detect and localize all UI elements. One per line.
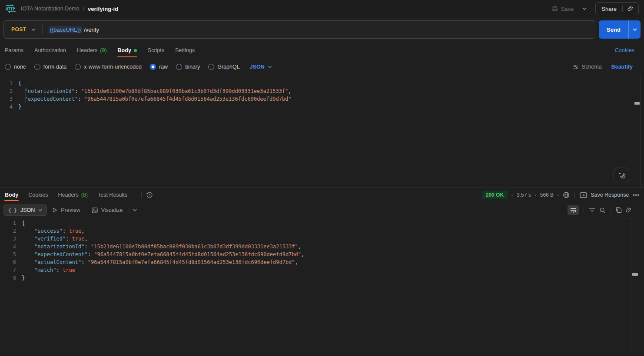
response-editor-scrollbar[interactable] <box>631 218 644 356</box>
radio-raw[interactable]: raw <box>150 64 168 70</box>
line-number: 8 <box>7 274 22 282</box>
save-response-icon <box>580 192 587 198</box>
chevron-down-icon <box>133 209 137 211</box>
response-tab-body[interactable]: Body <box>4 188 19 202</box>
response-size[interactable]: 566 B <box>540 192 554 198</box>
send-button[interactable]: Send <box>599 20 628 39</box>
tab-body[interactable]: Body <box>117 43 137 58</box>
radio-x-www-form-urlencoded[interactable]: x-www-form-urlencoded <box>75 64 142 70</box>
radio-none[interactable]: none <box>5 64 26 70</box>
method-selector[interactable]: POST <box>4 26 42 33</box>
postbot-button[interactable] <box>614 168 629 183</box>
link-button[interactable] <box>626 207 632 213</box>
braces-icon: { } <box>8 208 17 213</box>
scrollbar-thumb[interactable] <box>632 273 638 276</box>
body-mode-row: none form-data x-www-form-urlencoded raw… <box>0 59 644 75</box>
chevron-down-icon <box>31 28 36 31</box>
format-label: JSON <box>20 207 35 213</box>
line-number: 2 <box>7 227 22 235</box>
status-badge[interactable]: 200 OK <box>482 191 508 199</box>
code-line: 3 "expectedContent": "96a5447815a0bf0e7e… <box>3 95 644 103</box>
line-number: 4 <box>3 103 18 111</box>
url-variable[interactable]: {{baseURL}} <box>49 26 83 33</box>
tab-authorization[interactable]: Authorization <box>34 43 66 58</box>
search-icon <box>599 207 606 214</box>
save-label: Save <box>561 6 574 12</box>
response-body-editor[interactable]: 1{2 "success": true,3 "verified": true,4… <box>0 218 644 356</box>
divider <box>574 191 575 198</box>
cookies-link[interactable]: Cookies <box>615 47 634 53</box>
code-line: 2 "notarizationId": "15b21de61100e7b80df… <box>3 87 644 95</box>
radio-circle-selected <box>150 64 156 70</box>
response-format-select[interactable]: { } JSON <box>3 204 47 216</box>
code-line: 6 "actualContent": "96a5447815a0bf0e7efa… <box>7 258 644 266</box>
code-line: 8} <box>7 274 644 282</box>
chevron-down-icon <box>268 66 272 68</box>
request-body-editor[interactable]: 1{2 "notarizationId": "15b21de61100e7b80… <box>0 75 644 187</box>
response-headers-count: (8) <box>81 192 88 198</box>
visualize-button[interactable]: Visualize <box>86 207 129 213</box>
line-number: 7 <box>7 266 22 274</box>
response-header: Body Cookies Headers (8) Test Results 20… <box>0 187 644 202</box>
tab-params[interactable]: Params <box>4 43 24 58</box>
language-label: JSON <box>250 64 265 70</box>
beautify-button[interactable]: Beautify <box>611 64 633 70</box>
filter-icon <box>589 208 595 213</box>
url-path: /verify <box>84 26 99 33</box>
chevron-down-icon <box>582 7 587 10</box>
send-options-button[interactable] <box>628 20 641 39</box>
more-options-button[interactable]: ••• <box>633 192 640 198</box>
save-response-button[interactable]: Save Response <box>580 192 629 198</box>
tab-headers[interactable]: Headers (9) <box>76 43 107 58</box>
tab-settings[interactable]: Settings <box>175 43 195 58</box>
line-number: 4 <box>7 243 22 251</box>
share-button[interactable]: Share <box>596 6 622 12</box>
filter-button[interactable] <box>589 208 595 213</box>
save-options-chevron[interactable] <box>578 7 591 10</box>
radio-binary[interactable]: binary <box>176 64 200 70</box>
response-tab-headers[interactable]: Headers (8) <box>57 188 88 202</box>
indent-guide <box>29 227 29 274</box>
scrollbar-thumb[interactable] <box>634 102 640 105</box>
topbar: HTTP IOTA Notarization Demo / verifying-… <box>0 0 644 17</box>
paperclip-icon <box>627 6 634 12</box>
send-button-group: Send <box>599 20 641 39</box>
url-input[interactable]: {{baseURL}} /verify <box>49 26 99 33</box>
url-box: POST {{baseURL}} /verify <box>3 20 595 39</box>
copy-button[interactable] <box>616 207 622 213</box>
breadcrumb-collection[interactable]: IOTA Notarization Demo <box>21 6 80 12</box>
response-toolbar: { } JSON Preview Visualize <box>0 202 644 218</box>
preview-button[interactable]: Preview <box>47 207 86 213</box>
code-line: 1{ <box>3 79 644 87</box>
line-number: 5 <box>7 251 22 258</box>
radio-graphql[interactable]: GraphQL <box>208 64 239 70</box>
copy-link-button[interactable] <box>623 6 638 12</box>
breadcrumb-request-name[interactable]: verifying-id <box>88 6 118 12</box>
save-button[interactable]: Save <box>548 6 578 12</box>
request-editor-scrollbar[interactable] <box>633 75 641 187</box>
share-button-group: Share <box>595 2 639 15</box>
code-line: 5 "expectedContent": "96a5447815a0bf0e7e… <box>7 251 644 258</box>
method-label: POST <box>11 26 27 33</box>
separator-dot <box>511 194 513 196</box>
search-button[interactable] <box>599 207 606 214</box>
code-text: { <box>18 79 21 87</box>
format-options-chevron[interactable] <box>131 209 139 211</box>
network-info-button[interactable] <box>563 191 570 198</box>
tab-scripts[interactable]: Scripts <box>147 43 165 58</box>
globe-icon <box>563 191 570 198</box>
image-icon <box>92 208 98 213</box>
code-line: 3 "verified": true, <box>7 235 644 243</box>
response-tab-test-results[interactable]: Test Results <box>97 188 128 202</box>
radio-form-data[interactable]: form-data <box>34 64 67 70</box>
language-select[interactable]: JSON <box>250 64 272 70</box>
word-wrap-button[interactable] <box>568 205 579 215</box>
line-number: 2 <box>3 87 18 95</box>
response-time[interactable]: 3.57 s <box>517 192 531 198</box>
response-history-button[interactable] <box>146 191 153 198</box>
response-tab-cookies[interactable]: Cookies <box>28 188 48 202</box>
schema-button[interactable]: Schema <box>572 64 602 70</box>
method-url-divider <box>42 25 43 34</box>
line-number: 6 <box>7 258 22 266</box>
chevron-down-icon <box>633 28 637 31</box>
